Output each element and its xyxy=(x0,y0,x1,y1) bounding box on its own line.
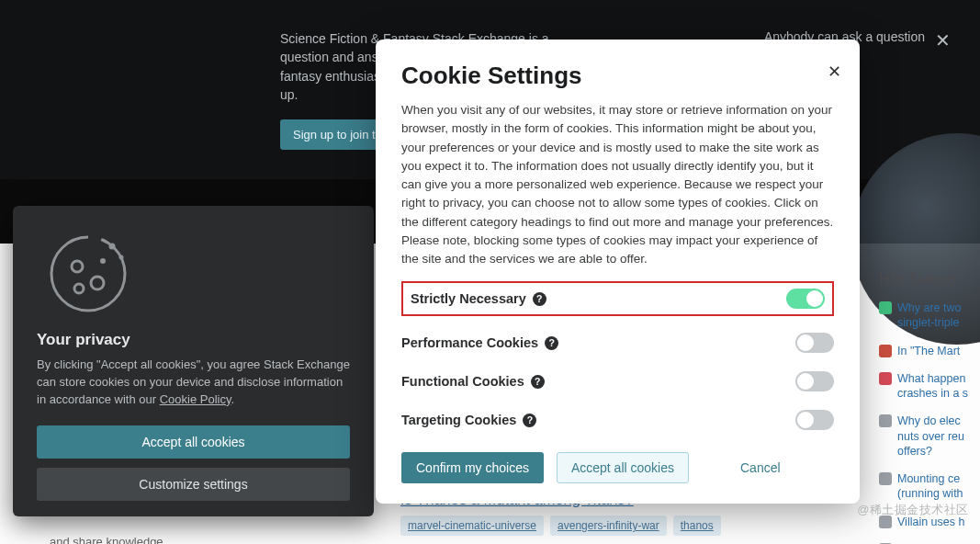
cookie-category-label: Performance Cookies? xyxy=(401,335,558,350)
cookie-category-text: Performance Cookies xyxy=(401,335,538,350)
accept-all-button[interactable]: Accept all cookies xyxy=(37,425,350,459)
site-icon xyxy=(879,372,892,385)
hot-question-item[interactable]: Why do elec nuts over reu offers? xyxy=(879,414,980,459)
privacy-body-post: . xyxy=(231,392,234,406)
cookie-category-text: Functional Cookies xyxy=(401,374,524,389)
svg-point-1 xyxy=(72,261,83,272)
cookie-category-row: Targeting Cookies? xyxy=(401,408,834,432)
cookie-category-row: Functional Cookies? xyxy=(401,369,834,393)
hot-question-item[interactable]: Why are two singlet-triple xyxy=(879,300,980,331)
toggle-knob xyxy=(797,334,814,351)
help-icon[interactable]: ? xyxy=(533,292,546,306)
help-icon[interactable]: ? xyxy=(531,375,545,389)
svg-point-3 xyxy=(74,284,84,293)
modal-actions: Confirm my choices Accept all cookies Ca… xyxy=(401,452,834,483)
svg-point-5 xyxy=(109,244,116,250)
signup-button[interactable]: Sign up to join t xyxy=(280,119,389,150)
cookie-category-label: Functional Cookies? xyxy=(401,374,545,389)
cookie-icon xyxy=(44,230,132,318)
privacy-title: Your privacy xyxy=(37,331,350,349)
hot-title: Hot Netwo xyxy=(879,270,980,289)
cookie-category-row: Strictly Necessary? xyxy=(401,281,834,316)
toggle-knob xyxy=(797,412,814,428)
close-icon[interactable]: ✕ xyxy=(828,62,841,82)
cookie-category-text: Targeting Cookies xyxy=(401,413,516,427)
hot-question-text: Why do elec nuts over reu offers? xyxy=(897,414,980,459)
accept-all-cookies-button[interactable]: Accept all cookies xyxy=(557,452,689,483)
tag[interactable]: thanos xyxy=(673,516,721,536)
watermark: @稀土掘金技术社区 xyxy=(857,502,969,518)
help-icon[interactable]: ? xyxy=(545,336,558,350)
tag-list: marvel-cinematic-universeavengers-infini… xyxy=(400,516,721,536)
customize-settings-button[interactable]: Customize settings xyxy=(37,468,350,501)
cookie-category-label: Targeting Cookies? xyxy=(401,413,536,427)
hot-question-text: Mounting ce (running with xyxy=(897,471,980,502)
cancel-button[interactable]: Cancel xyxy=(740,460,781,475)
svg-point-4 xyxy=(100,258,106,264)
svg-point-6 xyxy=(119,255,124,260)
tag[interactable]: marvel-cinematic-universe xyxy=(400,516,544,536)
cookie-category-toggle[interactable] xyxy=(786,289,825,309)
toggle-knob xyxy=(806,290,823,307)
modal-description: When you visit any of our websites, it m… xyxy=(401,101,834,268)
confirm-choices-button[interactable]: Confirm my choices xyxy=(401,452,544,483)
share-knowledge-text: and share knowledge xyxy=(50,535,163,544)
hot-question-item[interactable]: Mounting ce (running with xyxy=(879,471,980,502)
cookie-category-text: Strictly Necessary xyxy=(411,291,526,306)
site-icon xyxy=(879,345,892,357)
cookie-category-toggle[interactable] xyxy=(795,333,834,353)
cookie-category-toggle[interactable] xyxy=(795,410,834,430)
cookie-policy-link[interactable]: Cookie Policy xyxy=(160,392,231,406)
site-icon xyxy=(879,414,892,427)
cookie-category-toggle[interactable] xyxy=(795,371,834,391)
hot-question-text: What happen crashes in a s xyxy=(897,371,980,402)
svg-point-2 xyxy=(91,277,104,289)
site-icon xyxy=(879,301,892,314)
site-icon xyxy=(879,472,892,485)
hot-question-text: In "The Mart xyxy=(897,344,960,358)
tag[interactable]: avengers-infinity-war xyxy=(550,516,667,536)
help-icon[interactable]: ? xyxy=(523,414,536,427)
modal-title: Cookie Settings xyxy=(401,62,834,90)
privacy-panel: Your privacy By clicking "Accept all coo… xyxy=(13,206,374,516)
hot-question-text: Why are two singlet-triple xyxy=(897,300,980,331)
toggle-knob xyxy=(797,373,814,390)
cookie-settings-modal: Cookie Settings ✕ When you visit any of … xyxy=(376,40,860,504)
cookie-category-row: Performance Cookies? xyxy=(401,331,834,355)
cookie-category-label: Strictly Necessary? xyxy=(411,291,546,306)
hot-question-item[interactable]: In "The Mart xyxy=(879,344,980,358)
hot-question-item[interactable]: What happen crashes in a s xyxy=(879,371,980,402)
close-icon[interactable]: ✕ xyxy=(935,29,951,51)
privacy-body: By clicking "Accept all cookies", you ag… xyxy=(37,357,350,409)
